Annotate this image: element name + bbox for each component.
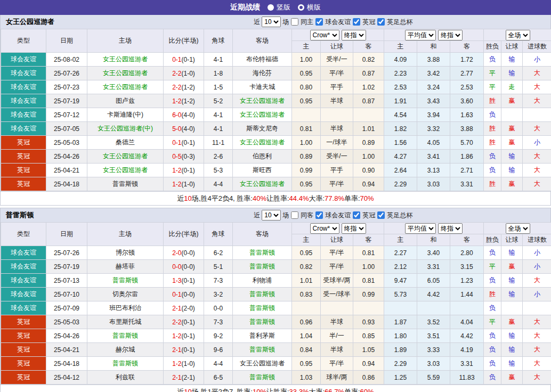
- match-score: 1-3(0-1): [164, 274, 204, 288]
- avg-draw-odds: 3.31: [417, 260, 450, 274]
- result-handicap: [501, 301, 523, 315]
- result-outcome: 负: [484, 343, 501, 357]
- same-venue-checkbox[interactable]: [291, 18, 298, 26]
- result-goals: 小: [523, 53, 551, 67]
- avg-company-select[interactable]: 平均值: [405, 30, 436, 40]
- crow-final-select[interactable]: 终指: [342, 30, 366, 40]
- match-date: 25-04-12: [46, 371, 87, 385]
- fulltime-score: 1-3: [172, 277, 181, 284]
- corner-score: 6-5: [204, 371, 233, 385]
- crow-final-select[interactable]: 终指: [342, 223, 366, 234]
- avg-final-select[interactable]: 终指: [438, 223, 463, 234]
- col-corner: 角球: [204, 223, 233, 246]
- home-team: 赫尔城: [87, 343, 164, 357]
- recent-count-select[interactable]: 10: [262, 17, 281, 27]
- titlebar: 近期战绩 竖版 横版: [0, 0, 551, 15]
- league-facup-checkbox[interactable]: [377, 211, 385, 219]
- subcol-crow-away: 客: [353, 234, 384, 246]
- result-handicap: 赢: [501, 94, 523, 108]
- avg-odds-group: 平均值终指: [384, 223, 484, 234]
- league-friendly-label: 球会友谊: [325, 211, 351, 220]
- avg-away-odds: 1.63: [450, 108, 484, 122]
- avg-home-odds: 1.87: [384, 315, 417, 329]
- avg-odds-group: 平均值终指: [384, 29, 484, 41]
- halftime-score: (2-1): [182, 374, 195, 381]
- avg-away-odds: 1.23: [450, 274, 484, 288]
- avg-final-select[interactable]: 终指: [438, 30, 463, 40]
- league-friendly-checkbox[interactable]: [315, 211, 323, 219]
- match-type-badge: 英冠: [1, 371, 46, 385]
- result-handicap: 输: [501, 288, 523, 301]
- crow-home-odds: 0.96: [292, 315, 321, 329]
- league-championship-checkbox[interactable]: [353, 211, 360, 219]
- crow-home-odds: 0.95: [292, 67, 321, 80]
- match-score: 0-5(0-3): [164, 150, 204, 164]
- fulltime-score: 0-1: [172, 139, 181, 146]
- result-goals: 小: [523, 246, 551, 260]
- corner-score: 11-1: [204, 136, 233, 150]
- match-score: 5-0(4-0): [164, 122, 204, 136]
- corner-score: 4-1: [204, 53, 233, 67]
- league-friendly-checkbox[interactable]: [315, 18, 323, 26]
- home-team: 普雷斯顿: [87, 177, 164, 191]
- summary-text: 让胜率:: [266, 387, 289, 392]
- crow-handicap: 半球: [321, 122, 353, 136]
- avg-home-odds: 1.80: [384, 329, 417, 343]
- avg-home-odds: 4.09: [384, 53, 417, 67]
- match-score: 2-2(1-0): [164, 67, 204, 80]
- league-championship-checkbox[interactable]: [353, 18, 360, 26]
- match-date: 25-07-19: [46, 260, 87, 274]
- summary-text: 让胜率:: [266, 194, 289, 203]
- halftime-score: (0-1): [182, 346, 195, 354]
- match-type-badge: 英冠: [1, 357, 46, 371]
- match-score: 0-1(0-1): [164, 53, 204, 67]
- corner-score: 7-3: [204, 274, 233, 288]
- crow-handicap: 半/一: [321, 329, 353, 343]
- crow-handicap: 平/半: [321, 357, 353, 371]
- crow-company-select[interactable]: Crow*: [310, 223, 339, 234]
- avg-company-select[interactable]: 平均值: [405, 223, 436, 234]
- match-row: 英冠25-05-03布里斯托城2-2(0-1)7-3普雷斯顿0.96半球0.93…: [1, 315, 551, 329]
- fulltime-score: 1-2: [172, 181, 181, 188]
- fulltime-score: 1-2: [172, 167, 181, 174]
- crow-away-odds: 0.82: [353, 53, 384, 67]
- away-team: 普雷斯顿: [233, 288, 292, 301]
- match-date: 25-05-03: [46, 315, 87, 329]
- fulltime-score: 1-2: [172, 332, 181, 340]
- scope-select[interactable]: 全场: [506, 223, 530, 234]
- avg-draw-odds: 3.33: [417, 343, 450, 357]
- league-facup-checkbox[interactable]: [377, 18, 385, 26]
- avg-home-odds: 4.27: [384, 150, 417, 164]
- recent-suffix-label: 场: [282, 18, 289, 27]
- same-venue-checkbox[interactable]: [291, 211, 298, 219]
- layout-radio-horizontal[interactable]: 横版: [298, 3, 321, 12]
- fulltime-score: 1-2: [172, 360, 181, 368]
- crow-away-odds: 0.87: [353, 67, 384, 80]
- crow-odds-group: Crow*终指: [292, 29, 384, 41]
- corner-score: 9-2: [204, 329, 233, 343]
- summary-text: 单率:: [344, 387, 360, 392]
- corner-score: 1-8: [204, 67, 233, 80]
- subcol-avg-home: 主: [384, 41, 417, 53]
- crow-odds-group: Crow*终指: [292, 223, 384, 234]
- corner-score: 5-2: [204, 94, 233, 108]
- subcol-handicap-result: 让球: [501, 41, 523, 53]
- avg-away-odds: 3.31: [450, 177, 484, 191]
- crow-away-odds: 1.02: [353, 80, 384, 94]
- result-goals: 大: [523, 94, 551, 108]
- crow-company-select[interactable]: Crow*: [310, 30, 339, 40]
- record-summary: 近10场,胜1平2负7, 胜率:10% 让胜率:33.3% 大率:66.7% 单…: [1, 385, 550, 392]
- summary-text: 60%: [360, 388, 374, 392]
- layout-radio-vertical[interactable]: 竖版: [268, 3, 290, 12]
- halftime-score: (0-3): [182, 153, 195, 160]
- avg-draw-odds: 3.51: [417, 329, 450, 343]
- scope-select[interactable]: 全场: [506, 30, 530, 40]
- result-goals: [523, 108, 551, 122]
- radio-horizontal-label: 横版: [307, 3, 321, 12]
- recent-count-select[interactable]: 10: [262, 210, 281, 220]
- result-handicap: 输: [501, 246, 523, 260]
- result-goals: 小: [523, 260, 551, 274]
- summary-text: 10: [184, 388, 191, 392]
- match-score: 2-2(0-1): [164, 315, 204, 329]
- result-outcome: 胜: [484, 122, 501, 136]
